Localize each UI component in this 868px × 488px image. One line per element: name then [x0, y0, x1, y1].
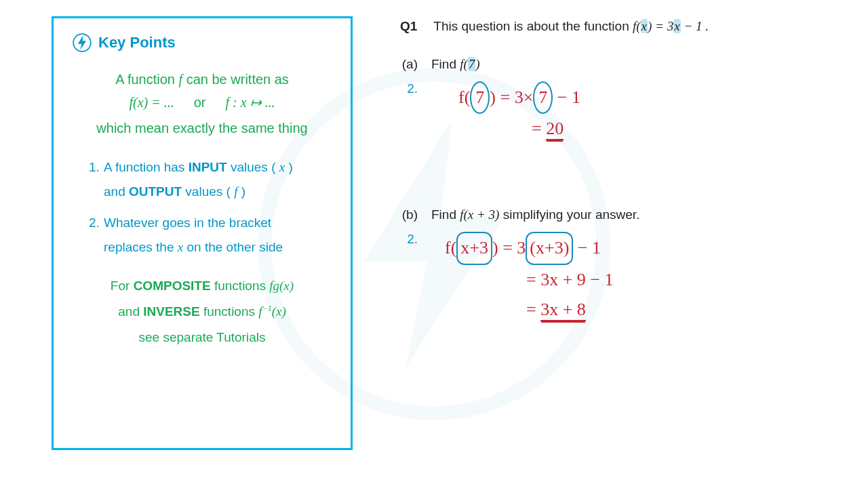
q1-text: This question is about the function f(x)… — [433, 19, 709, 34]
q1a: (a) Find f(7) — [400, 57, 834, 72]
kp-line-1: A function f can be written as — [73, 68, 332, 90]
q1a-label: (a) — [400, 57, 418, 72]
q1b-step-num: 2. — [400, 232, 418, 325]
key-points-title: Key Points — [98, 34, 176, 52]
circled-7-icon: 7 — [470, 81, 490, 114]
kp-notation: f(x) = ... or f : x ↦ ... — [73, 94, 332, 110]
q1a-text: Find f(7) — [431, 57, 480, 72]
kp-footer: For COMPOSITE functions fg(x) and INVERS… — [73, 273, 332, 350]
circled-arg-icon: x+3 — [456, 232, 492, 264]
q1a-work: f(7) = 3×7 − 1 = 20 — [431, 81, 580, 144]
key-points-box: Key Points A function f can be written a… — [52, 16, 353, 450]
q1a-step-num: 2. — [400, 81, 418, 144]
q1b: (b) Find f(x + 3) simplifying your answe… — [400, 207, 834, 222]
bolt-icon — [73, 33, 92, 52]
q1a-answer: 20 — [546, 119, 564, 140]
q1b-label: (b) — [400, 207, 418, 222]
q1-heading: Q1 This question is about the function f… — [400, 19, 834, 34]
q1b-answer: 3x + 8 — [540, 300, 586, 321]
q1b-text: Find f(x + 3) simplifying your answer. — [431, 207, 639, 222]
circled-7b-icon: 7 — [533, 81, 553, 114]
kp-line-2: which mean exactly the same thing — [73, 117, 332, 139]
q1b-work: f(x+3) = 3(x+3) − 1 = 3x + 9 − 1 = 3x + … — [431, 232, 614, 325]
kp-list: 1.A function has INPUT values ( x ) and … — [73, 155, 332, 260]
circled-arg2-icon: (x+3) — [526, 232, 573, 264]
q1-label: Q1 — [400, 19, 417, 34]
